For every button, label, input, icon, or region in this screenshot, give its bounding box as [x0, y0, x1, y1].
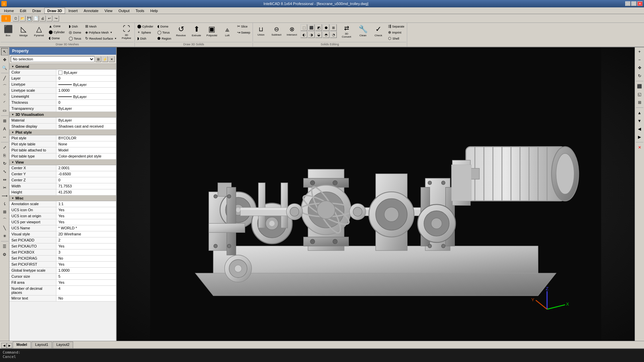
right-view1[interactable]: ⬛ — [636, 83, 643, 90]
extend-tool[interactable]: ⟶ — [1, 192, 8, 199]
tab-model[interactable]: Model — [13, 342, 31, 348]
dish3-tool[interactable]: ◗ Dish — [136, 36, 155, 41]
text-tool[interactable]: A — [1, 125, 8, 133]
dome2-tool[interactable]: ◎ Dome — [67, 30, 83, 35]
separate-tool[interactable]: ⇶ Separate — [386, 24, 406, 29]
zoom-tool[interactable]: 🔍 — [1, 64, 8, 72]
face-edit-btn5[interactable]: ⊞ — [330, 24, 337, 31]
right-nav3[interactable]: ◀ — [636, 125, 643, 133]
print-button[interactable]: 🖨 — [40, 15, 46, 21]
cylinder-tool[interactable]: ⬤ Cylinder — [47, 29, 66, 35]
fillet-tool[interactable]: ⌒ — [1, 216, 8, 224]
tab-layout2[interactable]: Layout2 — [53, 342, 73, 348]
tab-prev-button[interactable]: ◀ — [1, 343, 7, 348]
subtract-tool[interactable]: ⊖ Subtract — [269, 24, 284, 38]
hatch-tool[interactable]: ⊞ — [1, 117, 8, 125]
mesh-tool[interactable]: ⊞ Mesh — [84, 24, 118, 29]
intersect-tool[interactable]: ⊗ Intersect — [284, 24, 299, 38]
right-orbit[interactable]: ↻ — [636, 72, 643, 80]
tab-layout1[interactable]: Layout1 — [32, 342, 52, 348]
scale-tool[interactable]: ⤡ — [1, 168, 8, 175]
check-tool[interactable]: ✓ Check — [371, 24, 386, 38]
offset-tool[interactable]: ⤹ — [1, 200, 8, 208]
wedge-tool[interactable]: ◺ Wedge — [16, 24, 31, 38]
viewport[interactable]: X Z Y — [117, 47, 635, 341]
shell-tool[interactable]: ⬡ Shell — [386, 36, 406, 41]
menu-view[interactable]: View — [102, 8, 115, 13]
loft-tool[interactable]: ⟁ Loft — [220, 24, 235, 38]
menu-output[interactable]: Output — [116, 8, 132, 13]
cone-tool[interactable]: ▲ Cone — [47, 24, 66, 29]
menu-tools[interactable]: Tools — [133, 8, 147, 13]
select-all-button[interactable]: ⊞ — [95, 56, 101, 62]
polyface-tool[interactable]: ◈ Polyface Mesh ▼ — [84, 30, 118, 35]
mirror-tool[interactable]: ⇔ — [1, 176, 8, 183]
dome3-tool[interactable]: ◖ Dome — [156, 24, 173, 29]
menu-help[interactable]: Help — [148, 8, 161, 13]
save-button[interactable]: 💾 — [26, 15, 32, 21]
tab-next-button[interactable]: ▶ — [7, 343, 12, 348]
chamfer-tool[interactable]: ╲ — [1, 224, 8, 232]
union-tool[interactable]: ⊔ Union — [254, 24, 268, 38]
face-edit-btn1[interactable]: ⬚ — [301, 24, 307, 31]
edge-edit-btn5[interactable]: ◔ — [330, 31, 337, 38]
sphere2-tool[interactable]: ⚬ Sphere — [136, 30, 155, 35]
revolve-tool[interactable]: ↺ Revolve — [174, 24, 189, 38]
edge-edit-btn4[interactable]: ◓ — [323, 31, 329, 38]
dome-tool[interactable]: ◖ Dome — [47, 35, 66, 41]
right-nav4[interactable]: ▶ — [636, 133, 643, 141]
dish-tool[interactable]: ◗ Dish — [67, 24, 83, 29]
menu-draw3d[interactable]: Draw 3D — [44, 8, 65, 14]
dim-tool[interactable]: ↔ — [1, 133, 8, 141]
torus-tool[interactable]: ◯ Torus — [67, 36, 83, 41]
rotate-tool[interactable]: ↻ — [1, 160, 8, 167]
line-tool[interactable]: ╱ — [1, 75, 8, 82]
menu-draw[interactable]: Draw — [30, 8, 44, 13]
convert-3d-tool[interactable]: ⇄ 3DConvert — [338, 24, 355, 40]
misc-section-header[interactable]: ▼ Misc — [9, 195, 116, 201]
properties-tool[interactable]: ⚙ — [1, 251, 8, 258]
new-file-button[interactable]: 🗋 — [13, 15, 19, 21]
array-tool[interactable]: ⊞ — [1, 208, 8, 216]
menu-annotate[interactable]: Annotate — [81, 8, 101, 13]
view-section-header[interactable]: ▼ View — [9, 160, 116, 165]
right-nav2[interactable]: ▼ — [636, 117, 643, 125]
slice-tool[interactable]: ✂ Slice — [235, 24, 252, 29]
right-zoom-out[interactable]: − — [636, 56, 643, 63]
trim-tool[interactable]: ✂ — [1, 184, 8, 191]
polyline3d-tool[interactable]: ⛶ 3D Polyline — [119, 24, 134, 41]
right-zoom-in[interactable]: + — [636, 48, 643, 55]
rectangle-tool[interactable]: ▭ — [1, 107, 8, 114]
layers-tool[interactable]: ☰ — [1, 243, 8, 250]
polyline-tool[interactable]: ⌒ — [1, 83, 8, 90]
move-tool[interactable]: ⤢ — [1, 144, 8, 151]
right-close-mark[interactable]: ✕ — [636, 144, 643, 151]
save-as-button[interactable]: 📄 — [33, 15, 39, 21]
maximize-button[interactable]: □ — [631, 1, 637, 6]
select-tool[interactable]: ↖ — [1, 48, 8, 55]
plotstyle-section-header[interactable]: ▼ Plot style — [9, 130, 116, 135]
arc-tool[interactable]: ◜ — [1, 99, 8, 106]
right-nav1[interactable]: ▲ — [636, 109, 643, 117]
clean-tool[interactable]: 🔧 Clean — [356, 24, 370, 38]
extrude-tool[interactable]: ⬆ Extrude — [189, 24, 204, 38]
edge-edit-btn1[interactable]: ◐ — [301, 31, 307, 38]
menu-home[interactable]: Home — [1, 8, 16, 13]
sweep-tool[interactable]: ↝ Sweep — [235, 30, 252, 35]
3d-viewport[interactable]: X Z Y — [117, 47, 635, 341]
close-panel-button[interactable]: ✕ — [109, 56, 115, 62]
region-tool[interactable]: ⬟ Region — [156, 36, 173, 41]
right-view2[interactable]: ◱ — [636, 91, 643, 98]
circle-tool[interactable]: ○ — [1, 91, 8, 98]
face-edit-btn2[interactable]: ⬛ — [308, 24, 315, 31]
right-pan[interactable]: ✥ — [636, 64, 643, 72]
imprint-tool[interactable]: ⊕ Imprint — [386, 30, 406, 35]
undo-button[interactable]: ↩ — [46, 15, 52, 21]
torus2-tool[interactable]: ◯ Torus — [156, 30, 173, 35]
copy-tool[interactable]: ⎘ — [1, 152, 8, 159]
quick-select-button[interactable]: ⚡ — [102, 56, 108, 62]
selection-dropdown[interactable]: No selection — [11, 56, 95, 62]
minimize-button[interactable]: ─ — [625, 1, 631, 6]
close-button[interactable]: ✕ — [637, 1, 643, 6]
visualisation-section-header[interactable]: ▼ 3D Visualisation — [9, 112, 116, 118]
